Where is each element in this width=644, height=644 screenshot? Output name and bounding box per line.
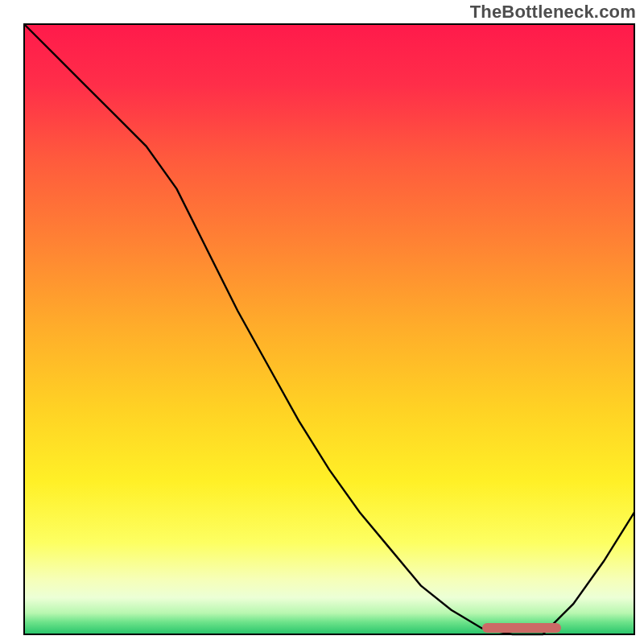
chart-container: TheBottleneck.com <box>0 0 644 644</box>
bottleneck-chart <box>0 0 644 644</box>
optimum-marker <box>482 623 562 633</box>
